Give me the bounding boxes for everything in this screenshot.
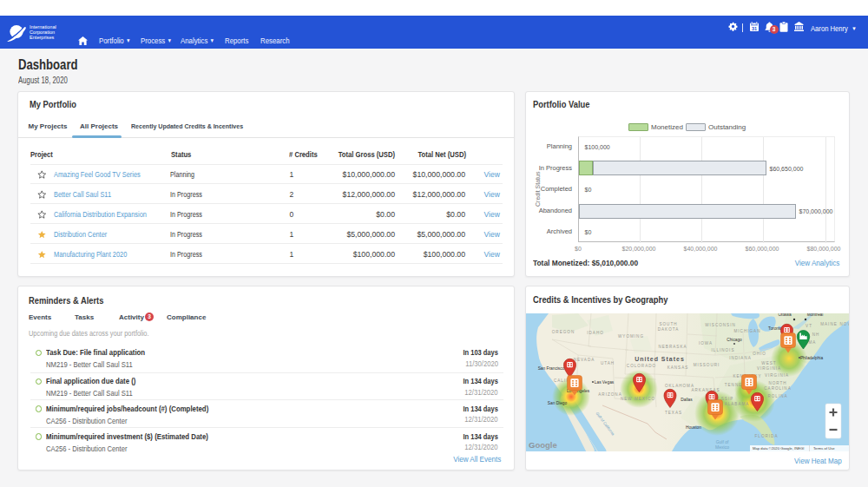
svg-text:ROLINA: ROLINA <box>767 394 787 398</box>
svg-text:Map data ©2020 Google, INEGI: Map data ©2020 Google, INEGI <box>753 446 804 451</box>
svg-text:OHIO: OHIO <box>753 352 766 356</box>
svg-text:Terms of Use: Terms of Use <box>813 446 835 451</box>
svg-text:Dallas: Dallas <box>681 398 693 402</box>
svg-text:San Diego: San Diego <box>548 401 568 405</box>
svg-text:Chicago: Chicago <box>727 338 742 342</box>
svg-text:MA: MA <box>809 340 817 345</box>
svg-text:IDAHO: IDAHO <box>587 331 604 335</box>
svg-text:VIRGINIA: VIRGINIA <box>765 373 789 378</box>
svg-text:NEBRASKA: NEBRASKA <box>658 345 687 349</box>
svg-text:Houston: Houston <box>686 425 701 430</box>
svg-text:ARKANSAS: ARKANSAS <box>691 388 720 392</box>
svg-text:Toronto: Toronto <box>768 326 782 331</box>
svg-text:Philadelphia: Philadelphia <box>800 356 823 360</box>
svg-text:MAINE: MAINE <box>820 322 838 326</box>
svg-text:NORTH: NORTH <box>768 381 786 385</box>
svg-text:ALABAMA: ALABAMA <box>725 402 750 406</box>
svg-text:CAROLINA: CAROLINA <box>764 386 792 391</box>
svg-text:FLORIDA: FLORIDA <box>755 434 779 438</box>
svg-text:VIRGINIA: VIRGINIA <box>757 366 781 371</box>
svg-text:Mexico: Mexico <box>715 444 729 450</box>
svg-text:31: 31 <box>752 26 757 31</box>
svg-text:NEW MEXICO: NEW MEXICO <box>621 397 655 401</box>
svg-text:Ottawa: Ottawa <box>778 313 792 317</box>
svg-text:NEVADA: NEVADA <box>574 358 595 362</box>
svg-text:SSIP: SSIP <box>721 397 733 401</box>
svg-text:WEST: WEST <box>761 361 776 365</box>
svg-text:UTAH: UTAH <box>601 361 615 365</box>
svg-text:IOWA: IOWA <box>699 341 713 346</box>
svg-text:INDIANA: INDIANA <box>729 356 752 360</box>
svg-text:NH: NH <box>812 332 820 337</box>
svg-text:COLORADO: COLORADO <box>627 364 656 368</box>
svg-text:MICHIGAN: MICHIGAN <box>734 329 761 333</box>
svg-text:SOUTH: SOUTH <box>659 322 677 326</box>
svg-text:KANSAS: KANSAS <box>667 365 689 370</box>
svg-text:ILLINOIS: ILLINOIS <box>712 348 735 352</box>
svg-text:OKLAHOMA: OKLAHOMA <box>665 384 694 388</box>
svg-text:Google: Google <box>529 440 557 450</box>
svg-text:DAKOTA: DAKOTA <box>658 327 680 332</box>
svg-text:United States: United States <box>635 356 685 362</box>
svg-text:NOV: NOV <box>840 322 849 326</box>
svg-text:San Francisco: San Francisco <box>538 366 565 371</box>
svg-text:TENNE: TENNE <box>725 383 743 387</box>
svg-text:WYOMING: WYOMING <box>618 334 644 339</box>
svg-text:WISCONSIN: WISCONSIN <box>705 323 736 327</box>
svg-text:MISSOURI: MISSOURI <box>694 363 720 367</box>
svg-text:TEXAS: TEXAS <box>665 411 682 415</box>
svg-text:ARIZONA: ARIZONA <box>598 392 621 397</box>
svg-text:VT: VT <box>806 324 812 328</box>
svg-text:OREGON: OREGON <box>552 330 575 334</box>
svg-text:Las Vegas: Las Vegas <box>595 380 615 385</box>
svg-text:Montreal: Montreal <box>807 313 824 317</box>
